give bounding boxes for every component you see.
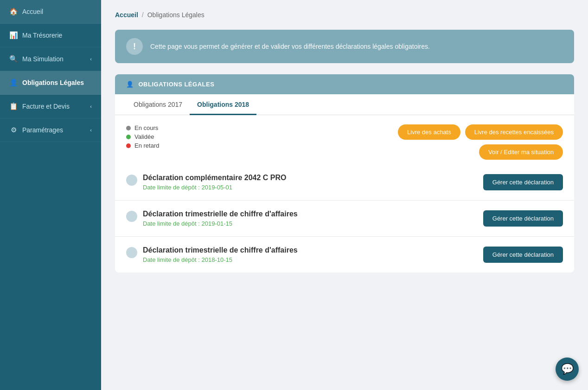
breadcrumb-current: Obligations Légales [147,11,205,19]
sidebar-item-obligations[interactable]: 👤 Obligations Légales [0,71,101,95]
dot-validee [126,135,131,139]
legend: En cours Validée En retard [126,124,159,149]
status-indicator-2 [126,211,137,222]
action-buttons: Livre des achats Livre des recettes enca… [398,124,563,160]
tabs: Obligations 2017 Obligations 2018 [115,94,574,115]
section-header: 👤 OBLIGATIONS LÉGALES [115,74,574,94]
sidebar-item-label: Paramétrages [22,126,63,134]
top-action-buttons-row: Livre des achats Livre des recettes enca… [398,124,563,140]
gerer-declaration-button-1[interactable]: Gérer cette déclaration [483,174,563,190]
dot-encours [126,126,131,130]
sidebar-item-parametrages[interactable]: ⚙ Paramétrages ‹ [0,118,101,142]
declaration-title-1: Déclaration complémentaire 2042 C PRO [143,174,483,182]
section-body: Obligations 2017 Obligations 2018 En cou… [115,94,574,273]
gerer-declaration-button-3[interactable]: Gérer cette déclaration [483,247,563,263]
declaration-info-1: Déclaration complémentaire 2042 C PRO Da… [143,174,483,191]
banner-text: Cette page vous permet de générer et de … [150,43,430,50]
legend-validee: Validée [126,133,159,140]
legend-buttons-row: En cours Validée En retard Livre des ach… [115,115,574,164]
chat-bubble[interactable]: 💬 [556,358,579,381]
declaration-title-3: Déclaration trimestrielle de chiffre d'a… [143,246,483,254]
sidebar-item-label: Obligations Légales [22,79,84,86]
declaration-date-2: Date limite de dépôt : 2019-01-15 [143,220,483,227]
section-card: 👤 OBLIGATIONS LÉGALES Obligations 2017 O… [115,74,574,273]
declaration-date-1: Date limite de dépôt : 2019-05-01 [143,184,483,191]
declaration-date-3: Date limite de dépôt : 2018-10-15 [143,256,483,263]
sidebar-item-label: Accueil [22,8,43,15]
breadcrumb: Accueil / Obligations Légales [115,11,574,19]
sidebar-item-accueil[interactable]: 🏠 Accueil [0,0,101,24]
declaration-item-1: Déclaration complémentaire 2042 C PRO Da… [115,164,574,200]
section-title: OBLIGATIONS LÉGALES [139,81,215,88]
sidebar-item-label: Facture et Devis [22,103,70,110]
sidebar-item-label: Ma Trésorerie [22,32,62,39]
status-indicator-1 [126,175,137,186]
main-content: Accueil / Obligations Légales ! Cette pa… [101,0,588,390]
sidebar-item-simulation[interactable]: 🔍 Ma Simulation ‹ [0,47,101,71]
declaration-item-2: Déclaration trimestrielle de chiffre d'a… [115,200,574,236]
status-indicator-3 [126,247,137,258]
dot-retard [126,143,131,148]
gear-icon: ⚙ [9,126,18,134]
legend-label-validee: Validée [134,133,154,140]
chevron-icon: ‹ [90,56,92,62]
tab-2017[interactable]: Obligations 2017 [126,94,190,115]
sidebar: 🏠 Accueil 📊 Ma Trésorerie 🔍 Ma Simulatio… [0,0,101,390]
sidebar-item-label: Ma Simulation [22,55,64,63]
chart-icon: 📊 [9,31,18,39]
livre-recettes-button[interactable]: Livre des recettes encaissées [465,124,563,140]
invoice-icon: 📋 [9,102,18,110]
breadcrumb-home[interactable]: Accueil [115,11,138,19]
section-icon: 👤 [126,81,134,88]
legend-label-retard: En retard [134,142,159,149]
declaration-item-3: Déclaration trimestrielle de chiffre d'a… [115,236,574,273]
declaration-title-2: Déclaration trimestrielle de chiffre d'a… [143,210,483,218]
livre-achats-button[interactable]: Livre des achats [398,124,460,140]
sidebar-item-facture[interactable]: 📋 Facture et Devis ‹ [0,95,101,118]
info-icon: ! [126,38,143,55]
gerer-declaration-button-2[interactable]: Gérer cette déclaration [483,210,563,227]
tab-2018[interactable]: Obligations 2018 [190,94,256,115]
legend-encours: En cours [126,124,159,131]
info-banner: ! Cette page vous permet de générer et d… [115,30,574,63]
declaration-info-2: Déclaration trimestrielle de chiffre d'a… [143,210,483,227]
declarations-list: Déclaration complémentaire 2042 C PRO Da… [115,164,574,273]
declaration-info-3: Déclaration trimestrielle de chiffre d'a… [143,246,483,263]
sidebar-item-tresorerie[interactable]: 📊 Ma Trésorerie [0,24,101,47]
user-icon: 👤 [9,78,18,87]
home-icon: 🏠 [9,7,18,16]
legend-label-encours: En cours [134,124,158,131]
chevron-icon: ‹ [90,104,92,109]
chat-icon: 💬 [561,363,574,375]
voir-editer-button[interactable]: Voir / Editer ma situation [479,144,563,160]
breadcrumb-separator: / [142,11,144,19]
legend-retard: En retard [126,142,159,149]
search-icon: 🔍 [9,55,18,63]
chevron-icon: ‹ [90,127,92,133]
